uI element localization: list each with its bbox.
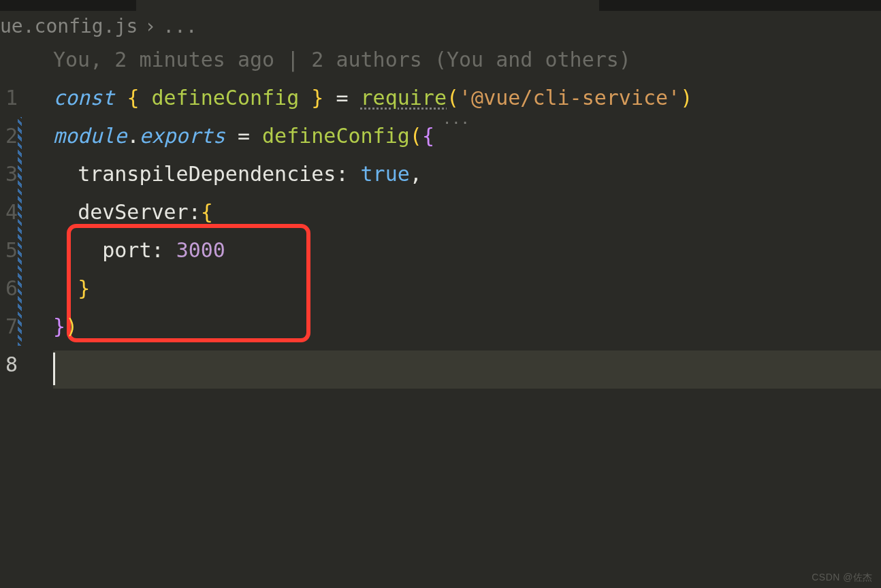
- code-line[interactable]: const { defineConfig } = require('@vue/c…: [53, 79, 692, 117]
- number-port: 3000: [176, 238, 225, 262]
- breadcrumb-more[interactable]: ...: [163, 15, 197, 37]
- cursor-caret: [53, 353, 55, 385]
- code-line[interactable]: transpileDependencies: true,: [53, 155, 692, 193]
- paren-close: ): [65, 314, 78, 338]
- brace-close: }: [53, 314, 65, 338]
- brace-open: {: [422, 124, 434, 148]
- string-package: '@vue/cli-service': [459, 86, 680, 110]
- property-devServer: devServer: [78, 200, 189, 224]
- code-line[interactable]: }: [53, 270, 692, 308]
- brace-open: {: [127, 86, 139, 110]
- brace-close: }: [311, 86, 323, 110]
- colon: :: [152, 238, 164, 262]
- watermark: CSDN @佐杰: [812, 572, 873, 584]
- identifier-defineConfig: defineConfig: [262, 124, 410, 148]
- operator-equals: =: [336, 86, 348, 110]
- comma: ,: [410, 162, 422, 186]
- code-line[interactable]: devServer:{: [53, 193, 692, 231]
- linenum: 1: [0, 79, 20, 117]
- tab-gap: [136, 0, 599, 11]
- brace-open: {: [201, 200, 213, 224]
- code-content[interactable]: You, 2 minutes ago | 2 authors (You and …: [20, 41, 692, 384]
- keyword-const: const: [53, 86, 114, 110]
- code-line[interactable]: }): [53, 308, 692, 346]
- boolean-true: true: [361, 162, 410, 186]
- breadcrumb[interactable]: ue.config.js › ...: [0, 11, 881, 41]
- code-line-empty[interactable]: [53, 346, 692, 384]
- paren-close: ): [680, 86, 692, 110]
- brace-close: }: [78, 276, 90, 300]
- identifier-defineConfig: defineConfig: [152, 86, 300, 110]
- property-transpileDependencies: transpileDependencies: [78, 162, 336, 186]
- dot: .: [127, 124, 139, 148]
- keyword-module: module: [53, 124, 127, 148]
- tab-inactive-left[interactable]: [0, 0, 136, 11]
- code-line[interactable]: port: 3000: [53, 231, 692, 270]
- gitlens-blame-annotation: You, 2 minutes ago | 2 authors (You and …: [53, 41, 692, 79]
- colon: :: [189, 200, 201, 224]
- tab-bar: [0, 0, 881, 11]
- chevron-right-icon: ›: [144, 15, 156, 37]
- colon: :: [336, 162, 348, 186]
- keyword-exports: exports: [139, 124, 225, 148]
- operator-equals: =: [238, 124, 250, 148]
- editor-area[interactable]: 1 2 3 4 5 6 7 8 You, 2 minutes ago | 2 a…: [0, 41, 881, 384]
- linenum: [0, 41, 20, 79]
- breadcrumb-filename[interactable]: ue.config.js: [0, 15, 138, 37]
- identifier-require: require: [361, 86, 447, 110]
- code-line[interactable]: module.exports = defineConfig({: [53, 117, 692, 155]
- property-port: port: [102, 238, 151, 262]
- paren-open: (: [410, 124, 422, 148]
- linenum-active: 8: [0, 346, 20, 384]
- paren-open: (: [447, 86, 459, 110]
- tab-inactive-right[interactable]: [599, 0, 881, 11]
